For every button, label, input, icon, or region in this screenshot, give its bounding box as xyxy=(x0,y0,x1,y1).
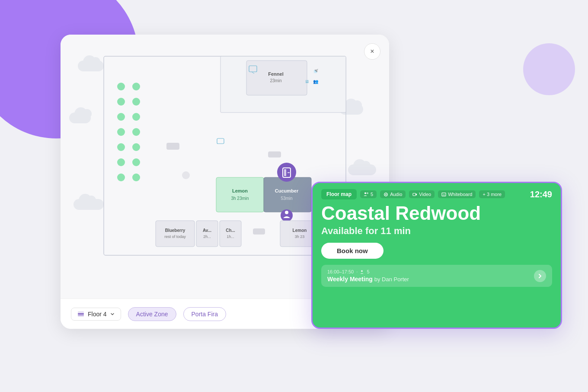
svg-text:Av...: Av... xyxy=(203,228,211,233)
purple-blob-decoration xyxy=(523,43,575,95)
room-panel-card: Floor map 5 Audio xyxy=(311,182,562,329)
meeting-people-icon xyxy=(360,270,365,275)
svg-text:🖥: 🖥 xyxy=(305,79,309,84)
svg-point-19 xyxy=(132,143,140,151)
room-availability: Available for 11 min xyxy=(321,225,552,237)
meeting-info: 16:00–17:50 · 5 Weekly Meeting by Dan Po… xyxy=(327,269,409,283)
meeting-expand-icon[interactable] xyxy=(534,270,546,282)
svg-point-24 xyxy=(182,171,190,179)
floor-label: Floor 4 xyxy=(88,311,107,318)
svg-text:3h 23min: 3h 23min xyxy=(231,196,249,201)
book-now-button[interactable]: Book now xyxy=(321,243,383,259)
svg-rect-31 xyxy=(264,177,311,212)
svg-point-11 xyxy=(132,83,140,90)
svg-rect-43 xyxy=(196,221,218,247)
amenity-capacity: 5 xyxy=(360,190,377,198)
svg-point-18 xyxy=(117,143,125,151)
svg-text:3h 23: 3h 23 xyxy=(295,235,305,239)
svg-text:2h...: 2h... xyxy=(203,235,211,239)
svg-rect-27 xyxy=(217,138,224,144)
amenity-audio: Audio xyxy=(380,190,406,198)
meeting-time: 16:00–17:50 · 5 xyxy=(327,269,409,275)
svg-point-39 xyxy=(285,211,288,214)
svg-rect-54 xyxy=(78,315,84,316)
svg-rect-49 xyxy=(253,228,265,235)
svg-text:1h...: 1h... xyxy=(227,235,234,239)
svg-rect-40 xyxy=(156,221,195,247)
whiteboard-icon xyxy=(441,192,446,197)
room-card-header: Floor map 5 Audio xyxy=(313,183,561,199)
meeting-organizer: by Dan Porter xyxy=(374,276,409,283)
svg-rect-61 xyxy=(442,193,446,196)
meeting-row: 16:00–17:50 · 5 Weekly Meeting by Dan Po… xyxy=(321,265,552,287)
svg-text:Fennel: Fennel xyxy=(268,71,283,77)
svg-rect-55 xyxy=(78,312,84,313)
svg-rect-26 xyxy=(268,151,281,157)
svg-point-13 xyxy=(132,98,140,106)
svg-rect-53 xyxy=(78,313,84,315)
svg-text:Ch...: Ch... xyxy=(226,228,235,233)
svg-rect-60 xyxy=(413,193,415,196)
room-time: 12:49 xyxy=(530,190,552,199)
amenity-video: Video xyxy=(409,190,435,198)
svg-point-20 xyxy=(117,158,125,166)
svg-text:Blueberry: Blueberry xyxy=(165,228,185,233)
svg-text:Lemon: Lemon xyxy=(293,228,307,233)
svg-text:🚿: 🚿 xyxy=(313,68,319,74)
cloud-decoration-5 xyxy=(348,164,376,175)
people-icon xyxy=(364,192,369,197)
floor-selector[interactable]: Floor 4 xyxy=(71,308,121,321)
svg-rect-46 xyxy=(220,221,241,247)
svg-point-57 xyxy=(367,193,368,194)
cloud-decoration-2 xyxy=(69,112,91,123)
svg-point-34 xyxy=(277,163,296,182)
svg-point-12 xyxy=(117,98,125,106)
svg-point-16 xyxy=(117,128,125,136)
svg-point-10 xyxy=(117,83,125,90)
room-card-body: Coastal Redwood Available for 11 min Boo… xyxy=(313,199,561,294)
svg-point-56 xyxy=(364,193,366,194)
svg-text:rest of today: rest of today xyxy=(164,235,186,239)
layers-icon xyxy=(77,311,84,318)
audio-icon xyxy=(383,192,388,197)
svg-point-15 xyxy=(132,113,140,121)
room-name: Coastal Redwood xyxy=(321,203,552,224)
svg-text:Cucumber: Cucumber xyxy=(275,188,299,193)
svg-rect-25 xyxy=(166,143,179,150)
svg-point-21 xyxy=(132,158,140,166)
video-icon xyxy=(412,192,417,197)
chevron-right-icon xyxy=(537,273,543,279)
close-button[interactable]: × xyxy=(364,43,380,60)
scene: × Fennel 23min xyxy=(0,0,588,392)
svg-text:Lemon: Lemon xyxy=(232,188,248,193)
svg-rect-28 xyxy=(216,177,264,212)
svg-rect-36 xyxy=(284,169,286,176)
svg-point-63 xyxy=(361,270,363,272)
amenity-more: + 3 more xyxy=(479,190,505,198)
svg-text:23min: 23min xyxy=(270,78,281,83)
amenity-whiteboard: Whiteboard xyxy=(438,190,476,198)
svg-point-23 xyxy=(132,174,140,181)
svg-text:53min: 53min xyxy=(281,196,292,201)
chevron-down-icon xyxy=(110,312,115,316)
zone-tag-active-zone[interactable]: Active Zone xyxy=(128,307,176,321)
floor-map-button[interactable]: Floor map xyxy=(321,189,357,199)
svg-point-14 xyxy=(117,113,125,121)
svg-point-17 xyxy=(132,128,140,136)
meeting-title: Weekly Meeting by Dan Porter xyxy=(327,276,409,283)
svg-point-59 xyxy=(385,194,387,195)
svg-text:👥: 👥 xyxy=(313,79,319,84)
zone-tag-porta-fira[interactable]: Porta Fira xyxy=(183,307,226,321)
svg-point-22 xyxy=(117,174,125,181)
